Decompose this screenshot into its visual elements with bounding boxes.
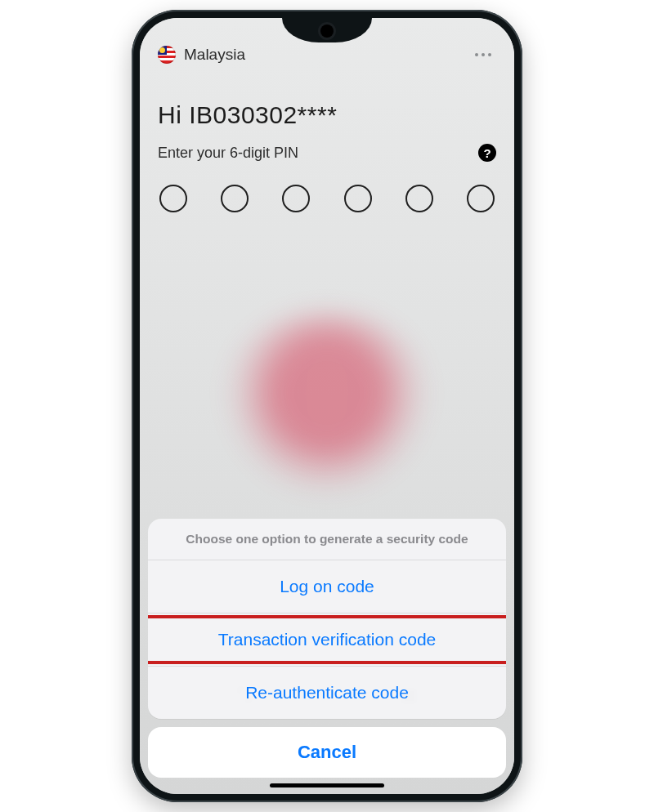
stage: Malaysia Hi IB030302**** Enter your 6-di… <box>0 0 654 812</box>
option-log-on-code[interactable]: Log on code <box>148 560 506 613</box>
option-transaction-verification-code[interactable]: Transaction verification code <box>148 613 506 667</box>
action-sheet-title: Choose one option to generate a security… <box>148 519 506 560</box>
phone-screen: Malaysia Hi IB030302**** Enter your 6-di… <box>140 18 514 794</box>
action-sheet-group: Choose one option to generate a security… <box>148 519 506 719</box>
option-re-authenticate-code[interactable]: Re-authenticate code <box>148 667 506 719</box>
action-sheet: Choose one option to generate a security… <box>148 519 506 778</box>
cancel-button[interactable]: Cancel <box>148 727 506 778</box>
phone-frame: Malaysia Hi IB030302**** Enter your 6-di… <box>132 10 522 802</box>
home-indicator[interactable] <box>270 783 384 787</box>
